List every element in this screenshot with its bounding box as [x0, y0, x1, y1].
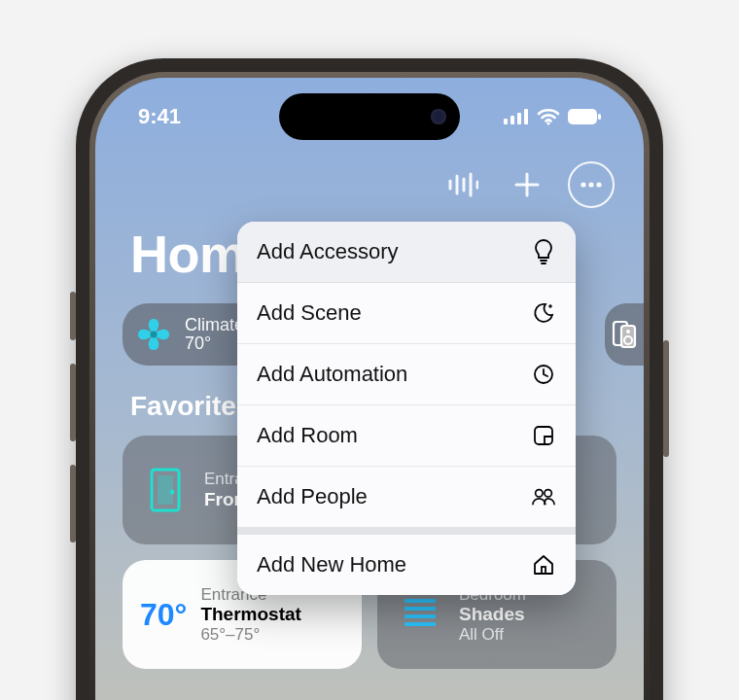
- tile-temp: 70°: [140, 597, 187, 633]
- more-ellipsis-button[interactable]: [568, 161, 615, 208]
- status-time: 9:41: [138, 104, 181, 129]
- svg-point-16: [596, 182, 601, 187]
- svg-rect-2: [517, 113, 521, 124]
- wifi-icon: [537, 108, 560, 125]
- menu-item-label: Add Scene: [257, 300, 362, 326]
- chip-value: 70°: [185, 334, 244, 353]
- dynamic-island: [279, 93, 460, 140]
- tile-name: Thermostat: [200, 604, 300, 625]
- svg-rect-1: [510, 116, 514, 124]
- svg-point-14: [581, 182, 585, 187]
- speakers-icon: [612, 320, 637, 349]
- svg-rect-23: [158, 475, 173, 505]
- side-buttons-left: [70, 292, 76, 566]
- svg-point-39: [536, 490, 543, 497]
- menu-add-automation[interactable]: Add Automation: [237, 344, 576, 405]
- people-icon: [531, 484, 556, 509]
- chip-label: Climate: [185, 316, 244, 334]
- add-context-menu: Add Accessory Add Scene Add Automation: [237, 222, 576, 595]
- cellular-icon: [504, 109, 529, 124]
- svg-point-17: [151, 332, 158, 338]
- door-icon: [140, 465, 191, 515]
- phone-frame: 9:41: [76, 58, 663, 700]
- menu-item-label: Add Room: [257, 423, 358, 448]
- menu-add-accessory[interactable]: Add Accessory: [237, 222, 576, 283]
- svg-rect-5: [568, 109, 597, 124]
- menu-item-label: Add Accessory: [257, 239, 399, 264]
- clock-icon: [531, 362, 556, 387]
- voice-waveform-icon[interactable]: [440, 161, 486, 208]
- tile-state: 65°–75°: [200, 625, 300, 645]
- menu-add-room[interactable]: Add Room: [237, 405, 576, 467]
- menu-add-scene[interactable]: Add Scene: [237, 283, 576, 344]
- svg-point-4: [546, 122, 549, 124]
- menu-item-label: Add New Home: [257, 552, 406, 578]
- tile-name: Shades: [459, 604, 526, 625]
- svg-rect-0: [504, 119, 508, 124]
- menu-separator: [237, 527, 576, 535]
- svg-rect-38: [535, 427, 552, 444]
- section-favorites: Favorites: [130, 391, 252, 422]
- battery-icon: [568, 109, 601, 124]
- svg-point-40: [545, 490, 551, 497]
- svg-rect-3: [524, 109, 528, 124]
- room-square-icon: [531, 423, 556, 448]
- svg-point-15: [588, 182, 593, 187]
- menu-add-new-home[interactable]: Add New Home: [237, 535, 576, 595]
- menu-add-people[interactable]: Add People: [237, 467, 576, 527]
- svg-point-24: [170, 490, 175, 495]
- lightbulb-icon: [531, 239, 556, 264]
- moon-stars-icon: [531, 300, 556, 326]
- svg-rect-41: [542, 567, 545, 574]
- house-icon: [531, 552, 556, 578]
- add-plus-button[interactable]: [504, 161, 550, 208]
- shades-icon: [395, 589, 445, 640]
- chip-speakers[interactable]: [605, 303, 644, 366]
- menu-item-label: Add Automation: [257, 362, 407, 387]
- svg-point-20: [626, 330, 630, 333]
- side-buttons-right: [663, 340, 669, 480]
- tile-state: All Off: [459, 625, 526, 645]
- fan-icon: [132, 313, 175, 356]
- menu-item-label: Add People: [257, 484, 368, 509]
- screen: 9:41: [95, 78, 644, 700]
- svg-rect-6: [598, 114, 601, 120]
